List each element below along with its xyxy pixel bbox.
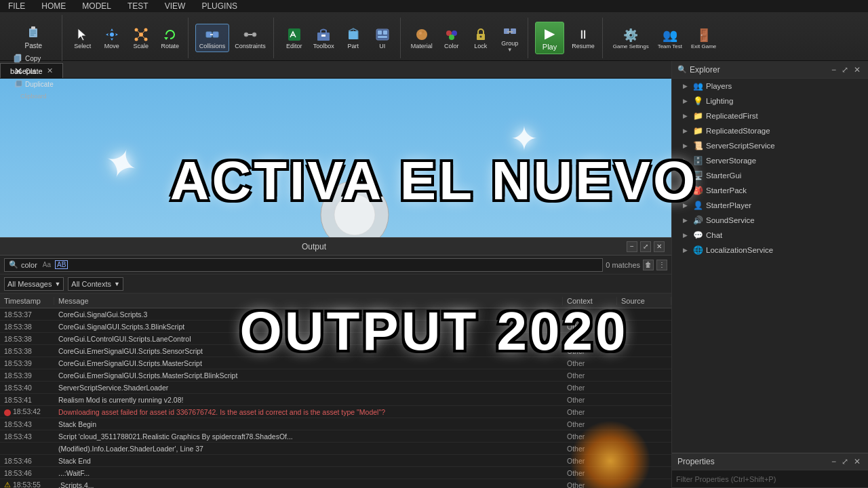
part-button[interactable]: Part [340,24,367,52]
explorer-item-replicatedfirst[interactable]: ▶📁ReplicatedFirst [672,108,868,123]
editor-button[interactable]: Editor [281,24,308,52]
svg-rect-2 [31,30,36,32]
scale-button[interactable]: Scale [127,24,155,52]
svg-rect-24 [213,32,218,37]
font-aa-icon: Aa [43,261,51,268]
menu-file[interactable]: FILE [4,0,29,12]
explorer-item-icon: 🎒 [692,185,703,196]
cut-button[interactable]: Cut [11,65,56,77]
output-minimize-button[interactable]: − [627,241,637,252]
explorer-item-players[interactable]: ▶👥Players [672,79,868,94]
svg-rect-50 [507,31,513,33]
group-button[interactable]: Group ▼ [496,22,524,55]
table-row: 18:53:42Downloading asset failed for ass… [0,406,671,418]
explorer-expand-icon[interactable]: ⤢ [840,65,850,75]
menu-model[interactable]: MODEL [78,0,115,12]
color-button[interactable]: Color [438,24,465,52]
menu-home[interactable]: HOME [37,0,70,12]
table-row: ⚠18:53:55.Scripts.4...Other [0,479,671,488]
table-row: 18:53:41Realism Mod is currently running… [0,394,671,406]
output-options-button[interactable]: ⋮ [656,260,667,270]
svg-point-16 [134,38,138,41]
menu-test[interactable]: TEST [123,0,153,12]
explorer-item-starterplayer[interactable]: ▶👤StarterPlayer [672,198,868,213]
table-row: 18:53:38CoreGui.EmerSignalGUI.Scripts.Se… [0,345,671,357]
output-expand-button[interactable]: ⤢ [640,241,651,252]
explorer-item-icon: 🌐 [692,245,703,256]
table-row: (Modified).Info.Loader.ShaderLoader', Li… [0,443,671,455]
message-filter-dropdown[interactable]: All Messages ▼ [4,277,64,291]
col-context: Context [563,297,617,305]
properties-close-icon[interactable]: ✕ [852,457,863,466]
svg-rect-3 [31,33,36,34]
output-table: 18:53:37CoreGui.SignalGui.Scripts.3Other… [0,308,671,488]
collisions-group: Collisions Constraints [191,18,274,58]
paste-button[interactable]: Paste [11,19,56,51]
copy-button[interactable]: Copy [11,52,56,64]
expand-arrow-icon: ▶ [683,187,690,194]
output-column-headers: Timestamp Message Context Source [0,293,671,308]
table-row: 18:53:40ServerScriptService.ShaderLoader… [0,382,671,394]
explorer-item-chat[interactable]: ▶💬Chat [672,228,868,243]
explorer-item-serverstorage[interactable]: ▶🗄️ServerStorage [672,153,868,168]
explorer-item-icon: 🖥️ [692,170,703,181]
move-button[interactable]: Move [98,24,125,52]
svg-point-14 [134,28,138,32]
explorer-item-localizationservice[interactable]: ▶🌐LocalizationService [672,243,868,258]
col-message: Message [54,297,563,305]
lock-button[interactable]: Lock [467,24,494,52]
properties-expand-icon[interactable]: ⤢ [840,457,850,466]
expand-arrow-icon: ▶ [683,217,690,224]
explorer-item-serverscriptservice[interactable]: ▶📜ServerScriptService [672,138,868,153]
expand-arrow-icon: ▶ [683,142,690,149]
explorer-item-replicatedstorage[interactable]: ▶📁ReplicatedStorage [672,123,868,138]
play-button[interactable]: ▶ Play [535,22,564,54]
explorer-item-soundservice[interactable]: ▶🔊SoundService [672,213,868,228]
explorer-item-label: SoundService [706,216,755,224]
explorer-item-label: Players [706,82,732,90]
game-settings-button[interactable]: ⚙️ Game Settings [610,25,652,52]
explorer-item-label: ReplicatedStorage [706,127,770,135]
menu-view[interactable]: VIEW [161,0,190,12]
explorer-minimize-icon[interactable]: − [829,65,838,75]
clear-output-button[interactable]: 🗑 [643,260,654,270]
output-title: Output [7,242,621,251]
duplicate-button[interactable]: Duplicate [11,78,56,90]
svg-point-42 [422,31,424,33]
filter-properties-input[interactable]: Filter Properties (Ctrl+Shift+P) [672,470,868,488]
explorer-item-icon: 📁 [692,110,703,121]
rotate-button[interactable]: Rotate [157,24,184,52]
table-row: 18:53:38CoreGui.SignalGUI.Scripts.3.Blin… [0,321,671,333]
properties-panel-controls: − ⤢ ✕ [829,457,863,466]
clipboard-label: Clipboard [11,93,56,100]
explorer-item-starterpack[interactable]: ▶🎒StarterPack [672,183,868,198]
collisions-button[interactable]: Collisions [195,24,230,52]
col-source: Source [617,297,671,305]
exit-game-button[interactable]: 🚪 Exit Game [688,25,719,52]
svg-point-59 [334,195,375,235]
table-row: 18:53:37CoreGui.SignalGui.Scripts.3Other [0,308,671,321]
explorer-item-lighting[interactable]: ▶💡Lighting [672,94,868,108]
material-button[interactable]: Material [408,24,436,52]
svg-point-26 [244,33,248,37]
constraints-button[interactable]: Constraints [231,24,269,52]
resume-button[interactable]: ⏸ Resume [568,24,598,52]
explorer-item-startergui[interactable]: ▶🖥️StarterGui [672,168,868,183]
svg-rect-39 [378,36,387,38]
main-content: baseplate ✕ [0,61,868,488]
explorer-close-icon[interactable]: ✕ [852,65,863,75]
svg-marker-11 [78,28,86,41]
explorer-item-icon: 👤 [692,200,703,211]
menu-plugins[interactable]: PLUGINS [197,0,241,12]
svg-rect-32 [321,35,326,37]
ui-button[interactable]: UI [369,24,396,52]
team-test-button[interactable]: 👥 Team Test [654,25,686,52]
output-header: Output − ⤢ ✕ [0,238,671,256]
explorer-item-label: ServerScriptService [706,142,775,150]
select-button[interactable]: Select [69,24,96,52]
toolbox-button[interactable]: Toolbox [310,24,338,52]
svg-point-27 [252,33,256,37]
context-filter-dropdown[interactable]: All Contexts ▼ [68,277,123,291]
properties-minimize-icon[interactable]: − [829,457,838,466]
output-close-button[interactable]: ✕ [654,241,665,252]
